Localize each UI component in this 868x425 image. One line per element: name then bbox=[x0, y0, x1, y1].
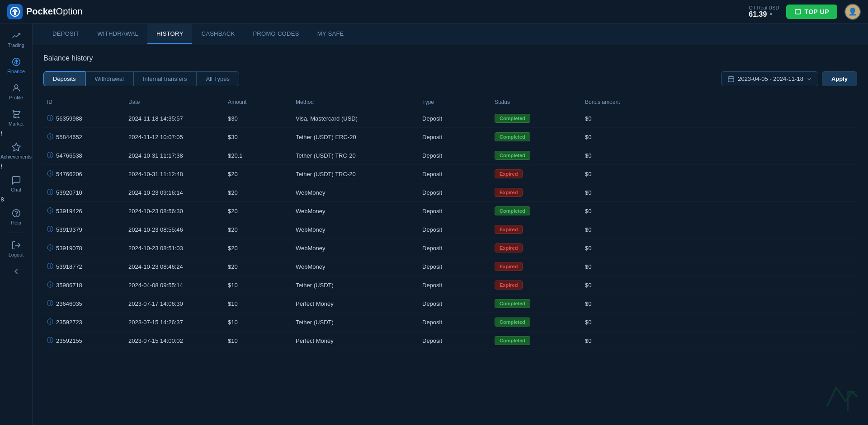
row-date: 2024-10-23 08:51:03 bbox=[125, 245, 224, 252]
table-row: ⓘ 56359988 2024-11-18 14:35:57 $30 Visa,… bbox=[43, 109, 857, 128]
table-row: ⓘ 54766538 2024-10-31 11:17:38 $20.1 Tet… bbox=[43, 146, 857, 165]
row-type: Deposit bbox=[419, 319, 491, 326]
sidebar-item-finance-label: Finance bbox=[7, 69, 25, 74]
row-amount: $30 bbox=[224, 134, 292, 140]
id-value: 53919426 bbox=[56, 208, 82, 215]
info-icon[interactable]: ⓘ bbox=[47, 336, 53, 345]
date-picker-button[interactable]: 2023-04-05 - 2024-11-18 bbox=[721, 71, 818, 86]
row-bonus: $0 bbox=[581, 263, 663, 270]
tab-deposit[interactable]: DEPOSIT bbox=[43, 24, 88, 44]
info-icon[interactable]: ⓘ bbox=[47, 262, 53, 271]
info-icon[interactable]: ⓘ bbox=[47, 299, 53, 308]
table-header: ID Date Amount Method Type Status Bonus … bbox=[43, 95, 857, 109]
apply-button[interactable]: Apply bbox=[822, 71, 857, 86]
sidebar-item-profile-label: Profile bbox=[9, 95, 23, 100]
info-icon[interactable]: ⓘ bbox=[47, 281, 53, 289]
row-type: Deposit bbox=[419, 189, 491, 196]
filter-alltypes[interactable]: All Types bbox=[196, 71, 239, 86]
sidebar-item-help[interactable]: Help bbox=[1, 205, 32, 229]
row-id: ⓘ 53920710 bbox=[43, 188, 125, 196]
sidebar-item-chat-container: Chat 8 bbox=[1, 172, 32, 203]
id-value: 56359988 bbox=[56, 115, 82, 122]
table-row: ⓘ 55844652 2024-11-12 10:07:05 $30 Tethe… bbox=[43, 128, 857, 146]
svg-point-5 bbox=[14, 85, 18, 88]
tab-history[interactable]: HISTORY bbox=[147, 24, 192, 44]
col-id: ID bbox=[43, 99, 125, 105]
transactions-table: ID Date Amount Method Type Status Bonus … bbox=[43, 95, 857, 350]
sidebar-item-logout[interactable]: Logout bbox=[1, 237, 32, 261]
row-date: 2024-04-08 09:55:14 bbox=[125, 282, 224, 289]
filter-withdrawal[interactable]: Withdrawal bbox=[85, 71, 133, 86]
svg-rect-3 bbox=[795, 9, 801, 14]
sidebar-item-market[interactable]: Market bbox=[1, 106, 32, 130]
table-row: ⓘ 23646035 2023-07-17 14:06:30 $10 Perfe… bbox=[43, 294, 857, 313]
filter-deposits[interactable]: Deposits bbox=[43, 71, 85, 86]
tab-promo[interactable]: PROMO CODES bbox=[244, 24, 308, 44]
row-id: ⓘ 53919379 bbox=[43, 225, 125, 234]
page-title: Balance history bbox=[43, 54, 857, 62]
row-method: Perfect Money bbox=[292, 337, 419, 344]
topbar-right: QT Real USD 61.39 ▼ TOP UP 👤 bbox=[749, 4, 861, 20]
row-id: ⓘ 56359988 bbox=[43, 114, 125, 122]
info-icon[interactable]: ⓘ bbox=[47, 170, 53, 178]
row-bonus: $0 bbox=[581, 189, 663, 196]
balance-info: QT Real USD 61.39 ▼ bbox=[749, 5, 779, 19]
sidebar-item-profile[interactable]: Profile bbox=[1, 79, 32, 104]
row-type: Deposit bbox=[419, 282, 491, 289]
tab-cashback[interactable]: CASHBACK bbox=[192, 24, 244, 44]
balance-amount: 61.39 ▼ bbox=[749, 10, 779, 19]
avatar[interactable]: 👤 bbox=[844, 4, 861, 20]
filter-internal[interactable]: Internal transfers bbox=[133, 71, 197, 86]
row-bonus: $0 bbox=[581, 319, 663, 326]
status-badge: Completed bbox=[495, 132, 530, 141]
row-date: 2024-10-23 08:56:30 bbox=[125, 208, 224, 215]
tab-mysafe[interactable]: MY SAFE bbox=[308, 24, 353, 44]
info-icon[interactable]: ⓘ bbox=[47, 318, 53, 326]
row-date: 2023-07-17 14:06:30 bbox=[125, 300, 224, 307]
back-arrow[interactable] bbox=[11, 266, 21, 278]
table-row: ⓘ 54766206 2024-10-31 11:12:48 $20 Tethe… bbox=[43, 165, 857, 183]
row-id: ⓘ 35906718 bbox=[43, 281, 125, 289]
topup-button[interactable]: TOP UP bbox=[786, 5, 837, 19]
row-bonus: $0 bbox=[581, 282, 663, 289]
main-content: DEPOSIT WITHDRAWAL HISTORY CASHBACK PROM… bbox=[33, 23, 868, 425]
sidebar-item-market-label: Market bbox=[9, 121, 24, 126]
sidebar-item-achievements[interactable]: Achievements bbox=[1, 139, 32, 163]
svg-point-6 bbox=[14, 117, 15, 118]
row-status: Completed bbox=[491, 318, 581, 327]
sidebar: Trading Finance Profile Market bbox=[0, 23, 33, 425]
row-status: Expired bbox=[491, 169, 581, 178]
topup-label: TOP UP bbox=[804, 8, 829, 15]
sidebar-item-trading[interactable]: Trading bbox=[1, 27, 32, 51]
tab-withdrawal[interactable]: WITHDRAWAL bbox=[88, 24, 147, 44]
col-status: Status bbox=[491, 99, 581, 105]
row-amount: $20.1 bbox=[224, 152, 292, 159]
status-badge: Expired bbox=[495, 169, 523, 178]
info-icon[interactable]: ⓘ bbox=[47, 207, 53, 215]
filter-right: 2023-04-05 - 2024-11-18 Apply bbox=[721, 71, 857, 86]
status-badge: Completed bbox=[495, 206, 530, 215]
balance-label: QT Real USD bbox=[749, 5, 779, 10]
col-type: Type bbox=[419, 99, 491, 105]
row-type: Deposit bbox=[419, 300, 491, 307]
svg-point-7 bbox=[18, 117, 19, 118]
sidebar-item-chat[interactable]: Chat bbox=[1, 172, 32, 196]
row-amount: $10 bbox=[224, 319, 292, 326]
sidebar-item-finance[interactable]: Finance bbox=[1, 53, 32, 78]
content-area: Balance history Deposits Withdrawal Inte… bbox=[33, 45, 868, 359]
id-value: 54766538 bbox=[56, 152, 82, 159]
row-method: Tether (USDT) ERC-20 bbox=[292, 134, 419, 140]
sidebar-item-achievements-container: Achievements ! bbox=[1, 139, 32, 170]
info-icon[interactable]: ⓘ bbox=[47, 225, 53, 234]
row-id: ⓘ 54766206 bbox=[43, 170, 125, 178]
info-icon[interactable]: ⓘ bbox=[47, 133, 53, 141]
info-icon[interactable]: ⓘ bbox=[47, 188, 53, 196]
row-status: Completed bbox=[491, 132, 581, 141]
info-icon[interactable]: ⓘ bbox=[47, 151, 53, 159]
info-icon[interactable]: ⓘ bbox=[47, 244, 53, 252]
info-icon[interactable]: ⓘ bbox=[47, 114, 53, 122]
row-bonus: $0 bbox=[581, 300, 663, 307]
row-id: ⓘ 53918772 bbox=[43, 262, 125, 271]
balance-caret[interactable]: ▼ bbox=[769, 12, 773, 17]
watermark bbox=[823, 378, 859, 416]
